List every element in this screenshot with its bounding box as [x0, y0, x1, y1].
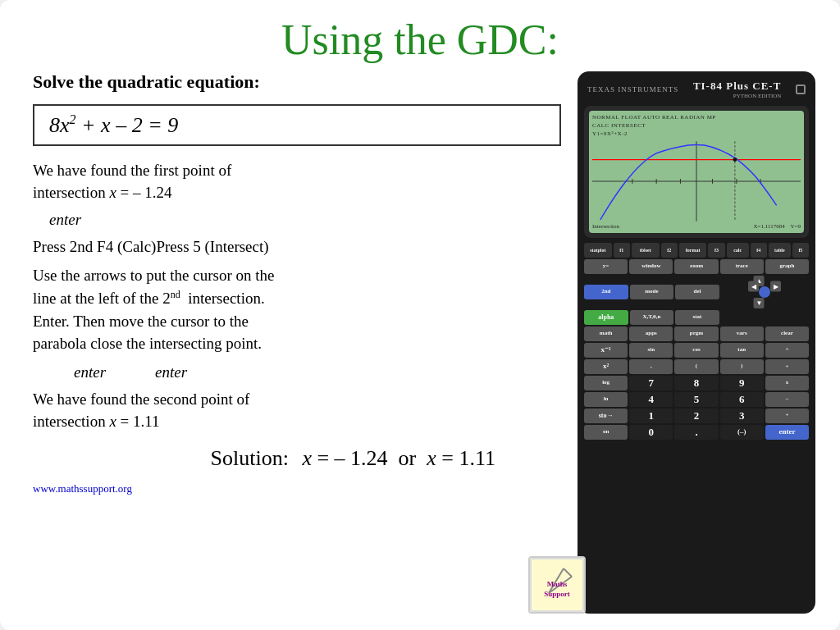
- key-f3[interactable]: f3: [708, 243, 724, 258]
- key-plus[interactable]: +: [765, 409, 809, 423]
- key-row-x2: x² , ( ) ÷: [584, 359, 809, 374]
- subtitle: Solve the quadratic equation:: [33, 71, 561, 93]
- key-dot[interactable]: .: [674, 425, 718, 440]
- calc-intersection-label: Intersection X=1.1117684 Y=9: [592, 223, 801, 230]
- key-5[interactable]: 5: [674, 392, 718, 407]
- power-indicator: [796, 84, 806, 94]
- key-prgm[interactable]: prgm: [674, 326, 718, 341]
- calc-graph: [592, 140, 801, 222]
- key-clear[interactable]: clear: [765, 326, 809, 341]
- key-neg[interactable]: (–): [720, 425, 764, 440]
- key-graph[interactable]: graph: [765, 259, 809, 274]
- calc-keypad: statplot f1 tblset f2 format f3 calc f4 …: [584, 243, 809, 440]
- key-format[interactable]: format: [679, 243, 707, 258]
- key-row-sto: sto→ 1 2 3 +: [584, 409, 809, 423]
- calculator: TEXAS INSTRUMENTS TI-84 Plus CE-T PYTHON…: [578, 71, 815, 614]
- key-row-log: log 7 8 9 x: [584, 376, 809, 390]
- key-7[interactable]: 7: [629, 376, 673, 390]
- key-f2[interactable]: f2: [661, 243, 678, 258]
- calc-edition: PYTHON EDITION: [693, 93, 781, 99]
- arrows-wrapper: ▲ ▼ ◀ ▶: [748, 276, 781, 308]
- arrow-center[interactable]: [759, 286, 770, 298]
- page-title: Using the GDC:: [25, 16, 815, 63]
- key-9[interactable]: 9: [720, 376, 764, 390]
- key-row-y: y= window zoom trace graph: [584, 259, 809, 274]
- key-2[interactable]: 2: [674, 409, 718, 423]
- calc-status: NORMAL FLOAT AUTO REAL RADIAN MP CALC IN…: [592, 114, 801, 138]
- key-caret[interactable]: ^: [765, 343, 809, 358]
- key-sto[interactable]: sto→: [584, 409, 628, 423]
- key-row-math: math apps prgm vars clear: [584, 326, 809, 341]
- key-trace[interactable]: trace: [720, 259, 764, 274]
- key-tan[interactable]: tan: [720, 343, 764, 358]
- badge: Maths Support: [528, 556, 586, 614]
- solution-value: x = – 1.24 or x = 1.11: [297, 446, 495, 471]
- svg-text:Support: Support: [544, 590, 570, 598]
- key-f5[interactable]: f5: [792, 243, 809, 258]
- key-window[interactable]: window: [629, 259, 673, 274]
- key-divide[interactable]: ÷: [765, 359, 809, 374]
- main-content: Solve the quadratic equation: 8x2 + x – …: [25, 71, 815, 614]
- body-line-3: Press 2nd F4 (Calc)Press 5 (Intersect): [33, 235, 561, 258]
- key-y-equals[interactable]: y=: [584, 259, 628, 274]
- solution-label: Solution:: [211, 446, 289, 471]
- key-3[interactable]: 3: [720, 409, 764, 423]
- key-log[interactable]: log: [584, 376, 628, 390]
- key-on[interactable]: on: [584, 425, 628, 440]
- key-multiply[interactable]: x: [765, 376, 809, 390]
- key-minus[interactable]: –: [765, 392, 809, 407]
- key-calc[interactable]: calc: [727, 243, 749, 258]
- key-ln[interactable]: ln: [584, 392, 628, 407]
- key-xthethn[interactable]: X,T,θ,n: [630, 310, 674, 325]
- key-f4[interactable]: f4: [751, 243, 767, 258]
- key-open-paren[interactable]: (: [674, 359, 718, 374]
- key-row-ln: ln 4 5 6 –: [584, 392, 809, 407]
- key-del[interactable]: del: [675, 285, 719, 299]
- key-stat[interactable]: stat: [675, 310, 719, 325]
- key-4[interactable]: 4: [629, 392, 673, 407]
- key-8[interactable]: 8: [674, 376, 718, 390]
- key-row-top-labels: statplot f1 tblset f2 format f3 calc f4 …: [584, 243, 809, 258]
- intersection-x: X=1.1117684: [754, 223, 785, 230]
- key-x-inverse[interactable]: x⁻¹: [584, 343, 628, 358]
- body-line-1: We have found the first point of interse…: [33, 159, 561, 204]
- key-vars[interactable]: vars: [720, 326, 764, 341]
- key-alpha[interactable]: alpha: [584, 310, 628, 325]
- slide: Using the GDC: Solve the quadratic equat…: [0, 0, 840, 630]
- spacer: [721, 310, 809, 325]
- key-mode[interactable]: mode: [630, 285, 674, 299]
- key-apps[interactable]: apps: [629, 326, 673, 341]
- badge-svg: Maths Support: [532, 560, 582, 609]
- maths-support-badge: Maths Support: [528, 556, 586, 614]
- equation-box: 8x2 + x – 2 = 9: [33, 104, 561, 146]
- key-close-paren[interactable]: ): [720, 359, 764, 374]
- svg-text:Maths: Maths: [547, 580, 568, 588]
- calc-screen: NORMAL FLOAT AUTO REAL RADIAN MP CALC IN…: [589, 111, 804, 232]
- key-table[interactable]: table: [769, 243, 791, 258]
- key-comma[interactable]: ,: [629, 359, 673, 374]
- key-row-on: on 0 . (–) enter: [584, 425, 809, 440]
- key-sin[interactable]: sin: [629, 343, 673, 358]
- enter-3: enter: [155, 363, 187, 381]
- key-f1[interactable]: f1: [614, 243, 630, 258]
- key-statplot[interactable]: statplot: [584, 243, 612, 258]
- arrow-right-key[interactable]: ▶: [770, 281, 781, 291]
- footer-url[interactable]: www.mathssupport.org: [33, 482, 132, 495]
- key-math[interactable]: math: [584, 326, 628, 341]
- key-cos[interactable]: cos: [674, 343, 718, 358]
- arrow-down-key[interactable]: ▼: [754, 298, 765, 308]
- svg-point-11: [733, 158, 737, 162]
- arrow-left-key[interactable]: ◀: [748, 281, 759, 291]
- key-0[interactable]: 0: [629, 425, 673, 440]
- key-zoom[interactable]: zoom: [674, 259, 718, 274]
- key-tblset[interactable]: tblset: [632, 243, 660, 258]
- key-row-2nd: 2nd mode del ▲ ▼ ◀ ▶: [584, 276, 809, 308]
- key-2nd[interactable]: 2nd: [584, 285, 628, 299]
- key-enter[interactable]: enter: [765, 425, 809, 440]
- key-x-squared[interactable]: x²: [584, 359, 628, 374]
- key-1[interactable]: 1: [629, 409, 673, 423]
- key-row-alpha: alpha X,T,θ,n stat: [584, 310, 809, 325]
- key-6[interactable]: 6: [720, 392, 764, 407]
- calc-brand: TEXAS INSTRUMENTS: [587, 85, 678, 94]
- left-content: Solve the quadratic equation: 8x2 + x – …: [25, 71, 561, 614]
